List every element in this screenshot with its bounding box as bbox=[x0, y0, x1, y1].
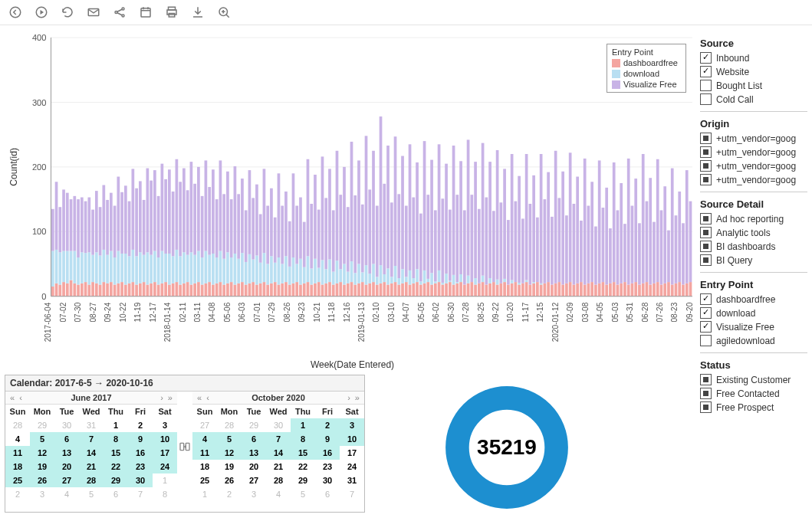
cal-prev-fast-icon[interactable]: « bbox=[197, 393, 202, 402]
cal-day[interactable]: 3 bbox=[242, 487, 266, 501]
cal-day[interactable]: 1 bbox=[291, 418, 315, 432]
calendar-icon[interactable] bbox=[138, 5, 153, 20]
cal-day[interactable]: 27 bbox=[242, 473, 266, 487]
cal-day[interactable]: 6 bbox=[54, 432, 79, 446]
cal-day[interactable]: 2 bbox=[315, 418, 340, 432]
calendar-link-icon[interactable] bbox=[177, 392, 192, 501]
filter-option[interactable]: Existing Customer bbox=[700, 374, 807, 385]
cal-day[interactable]: 10 bbox=[153, 432, 177, 446]
checkbox-icon[interactable] bbox=[700, 335, 712, 346]
cal-day[interactable]: 14 bbox=[79, 446, 104, 460]
checkbox-icon[interactable] bbox=[700, 146, 712, 158]
cal-day[interactable]: 13 bbox=[242, 446, 266, 460]
cal-day[interactable]: 21 bbox=[79, 460, 104, 473]
filter-option[interactable]: Bought List bbox=[700, 80, 807, 91]
refresh-icon[interactable] bbox=[60, 5, 75, 20]
cal-day[interactable]: 1 bbox=[104, 418, 128, 432]
cal-day[interactable]: 23 bbox=[315, 460, 340, 473]
cal-day[interactable]: 8 bbox=[291, 432, 315, 446]
cal-day[interactable]: 5 bbox=[30, 432, 54, 446]
checkbox-icon[interactable] bbox=[700, 133, 712, 144]
mail-icon[interactable] bbox=[86, 5, 101, 20]
filter-option[interactable]: dashboardfree bbox=[700, 293, 807, 305]
back-icon[interactable] bbox=[8, 5, 23, 20]
filter-option[interactable]: +utm_vendor=goog bbox=[700, 146, 807, 158]
filter-option[interactable]: Inbound bbox=[700, 52, 807, 64]
cal-day[interactable]: 1 bbox=[153, 473, 177, 487]
checkbox-icon[interactable] bbox=[700, 388, 712, 399]
cal-day[interactable]: 26 bbox=[30, 473, 54, 487]
cal-day[interactable]: 25 bbox=[5, 473, 30, 487]
cal-day[interactable]: 7 bbox=[128, 487, 153, 501]
cal-day[interactable]: 16 bbox=[315, 446, 340, 460]
filter-option[interactable]: +utm_vendor=goog bbox=[700, 133, 807, 144]
cal-day[interactable]: 6 bbox=[242, 432, 266, 446]
checkbox-icon[interactable] bbox=[700, 374, 712, 385]
cal-day[interactable]: 11 bbox=[192, 446, 217, 460]
cal-day[interactable]: 11 bbox=[5, 446, 30, 460]
cal-day[interactable]: 8 bbox=[153, 487, 177, 501]
checkbox-icon[interactable] bbox=[700, 307, 712, 319]
zoom-icon[interactable] bbox=[216, 5, 232, 20]
cal-day[interactable]: 2 bbox=[217, 487, 242, 501]
checkbox-icon[interactable] bbox=[700, 293, 712, 305]
cal-day[interactable]: 21 bbox=[266, 460, 291, 473]
cal-day[interactable]: 4 bbox=[266, 487, 291, 501]
cal-day[interactable]: 28 bbox=[217, 418, 242, 432]
cal-day[interactable]: 31 bbox=[79, 418, 104, 432]
filter-option[interactable]: Free Prospect bbox=[700, 401, 807, 413]
cal-day[interactable]: 6 bbox=[104, 487, 128, 501]
filter-option[interactable]: Visualize Free bbox=[700, 321, 807, 333]
cal-day[interactable]: 23 bbox=[128, 460, 153, 473]
cal-day[interactable]: 3 bbox=[30, 487, 54, 501]
checkbox-icon[interactable] bbox=[700, 213, 712, 224]
cal-day[interactable]: 9 bbox=[128, 432, 153, 446]
cal-day[interactable]: 15 bbox=[104, 446, 128, 460]
checkbox-icon[interactable] bbox=[700, 241, 712, 252]
cal-next-fast-icon[interactable]: » bbox=[355, 393, 360, 402]
cal-day[interactable]: 2 bbox=[5, 487, 30, 501]
cal-day[interactable]: 30 bbox=[54, 418, 79, 432]
cal-day[interactable]: 24 bbox=[340, 460, 364, 473]
cal-day[interactable]: 17 bbox=[153, 446, 177, 460]
cal-day[interactable]: 18 bbox=[5, 460, 30, 473]
filter-option[interactable]: Ad hoc reporting bbox=[700, 213, 807, 224]
cal-next-fast-icon[interactable]: » bbox=[168, 393, 173, 402]
cal-prev-icon[interactable]: ‹ bbox=[19, 393, 22, 402]
download-icon[interactable] bbox=[190, 5, 205, 20]
cal-day[interactable]: 26 bbox=[217, 473, 242, 487]
filter-option[interactable]: download bbox=[700, 307, 807, 319]
cal-day[interactable]: 9 bbox=[315, 432, 340, 446]
cal-day[interactable]: 29 bbox=[104, 473, 128, 487]
cal-day[interactable]: 17 bbox=[340, 446, 364, 460]
cal-day[interactable]: 27 bbox=[54, 473, 79, 487]
checkbox-icon[interactable] bbox=[700, 93, 712, 105]
cal-day[interactable]: 6 bbox=[315, 487, 340, 501]
cal-day[interactable]: 3 bbox=[153, 418, 177, 432]
checkbox-icon[interactable] bbox=[700, 174, 712, 185]
cal-day[interactable]: 16 bbox=[128, 446, 153, 460]
checkbox-icon[interactable] bbox=[700, 254, 712, 266]
filter-option[interactable]: Cold Call bbox=[700, 93, 807, 105]
checkbox-icon[interactable] bbox=[700, 160, 712, 172]
cal-next-icon[interactable]: › bbox=[160, 393, 163, 402]
cal-day[interactable]: 15 bbox=[291, 446, 315, 460]
cal-day[interactable]: 3 bbox=[340, 418, 364, 432]
cal-day[interactable]: 4 bbox=[192, 432, 217, 446]
cal-prev-fast-icon[interactable]: « bbox=[10, 393, 15, 402]
cal-day[interactable]: 1 bbox=[192, 487, 217, 501]
share-icon[interactable] bbox=[112, 5, 127, 20]
cal-day[interactable]: 14 bbox=[266, 446, 291, 460]
cal-day[interactable]: 27 bbox=[192, 418, 217, 432]
cal-day[interactable]: 4 bbox=[54, 487, 79, 501]
cal-day[interactable]: 2 bbox=[128, 418, 153, 432]
cal-day[interactable]: 22 bbox=[291, 460, 315, 473]
checkbox-icon[interactable] bbox=[700, 52, 712, 64]
cal-day[interactable]: 29 bbox=[30, 418, 54, 432]
print-icon[interactable] bbox=[164, 5, 179, 20]
checkbox-icon[interactable] bbox=[700, 80, 712, 91]
checkbox-icon[interactable] bbox=[700, 321, 712, 333]
cal-day[interactable]: 4 bbox=[5, 432, 30, 446]
cal-day[interactable]: 5 bbox=[217, 432, 242, 446]
cal-day[interactable]: 12 bbox=[217, 446, 242, 460]
